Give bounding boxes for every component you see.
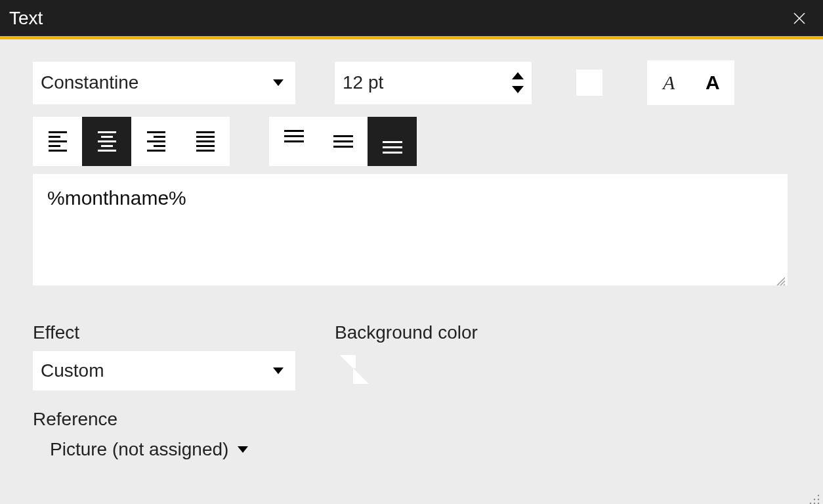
lower-row: Effect Custom Reference Picture (not ass… xyxy=(33,322,790,460)
valign-top-icon xyxy=(284,130,304,154)
align-center-icon xyxy=(98,131,116,152)
chevron-down-icon xyxy=(273,368,284,374)
font-style-group: A A xyxy=(647,60,734,105)
svg-point-6 xyxy=(818,499,819,500)
align-right-icon xyxy=(147,131,165,152)
effect-label: Effect xyxy=(33,322,295,343)
resize-grip-icon xyxy=(809,494,820,504)
close-icon xyxy=(793,12,805,24)
valign-middle-button[interactable] xyxy=(318,117,368,166)
dialog-resize-grip[interactable] xyxy=(809,494,820,504)
horizontal-align-group xyxy=(33,117,230,166)
align-left-button[interactable] xyxy=(33,117,82,166)
align-center-button[interactable] xyxy=(82,117,131,166)
resize-grip-icon xyxy=(774,275,785,285)
svg-point-7 xyxy=(814,499,815,500)
font-row: Constantine 12 pt A A xyxy=(33,60,790,105)
close-button[interactable] xyxy=(786,5,812,32)
text-color-swatch[interactable] xyxy=(576,70,602,96)
effect-select[interactable]: Custom xyxy=(33,351,295,390)
align-left-icon xyxy=(49,131,67,152)
bold-button[interactable]: A xyxy=(691,60,735,105)
align-right-button[interactable] xyxy=(131,117,180,166)
reference-label: Reference xyxy=(33,409,295,430)
chevron-down-icon xyxy=(238,446,248,453)
align-justify-button[interactable] xyxy=(180,117,230,166)
alignment-row xyxy=(33,117,790,166)
reference-select[interactable]: Picture (not assigned) xyxy=(50,439,295,460)
dialog-content: Constantine 12 pt A A xyxy=(0,39,823,460)
chevron-down-icon xyxy=(273,79,284,86)
font-size-spinner[interactable]: 12 pt xyxy=(335,62,532,104)
valign-top-button[interactable] xyxy=(269,117,318,166)
text-content-input[interactable] xyxy=(33,174,788,285)
bgcolor-column: Background color xyxy=(335,322,478,460)
italic-button[interactable]: A xyxy=(647,60,691,105)
bgcolor-label: Background color xyxy=(335,322,478,343)
vertical-align-group xyxy=(269,117,417,166)
bgcolor-swatch[interactable] xyxy=(340,355,369,384)
textarea-resize-grip[interactable] xyxy=(774,275,785,285)
spinner-down-icon[interactable] xyxy=(512,86,524,93)
valign-middle-icon xyxy=(333,130,353,154)
reference-value: Picture (not assigned) xyxy=(50,439,228,460)
effect-column: Effect Custom Reference Picture (not ass… xyxy=(33,322,295,460)
font-size-value: 12 pt xyxy=(343,72,383,93)
valign-bottom-icon xyxy=(383,130,402,154)
valign-bottom-button[interactable] xyxy=(368,117,417,166)
svg-point-5 xyxy=(818,495,819,496)
italic-icon: A xyxy=(663,72,675,94)
effect-value: Custom xyxy=(41,360,104,381)
spinner-arrows xyxy=(512,62,524,104)
dialog-title: Text xyxy=(9,8,43,29)
font-family-value: Constantine xyxy=(41,72,138,93)
svg-line-4 xyxy=(784,284,785,285)
bold-icon: A xyxy=(706,72,720,94)
text-area-wrap xyxy=(33,166,788,288)
bgcolor-triangle-b xyxy=(353,368,369,384)
font-family-select[interactable]: Constantine xyxy=(33,62,295,104)
spinner-up-icon[interactable] xyxy=(512,72,524,79)
titlebar: Text xyxy=(0,0,823,36)
align-justify-icon xyxy=(196,131,215,152)
